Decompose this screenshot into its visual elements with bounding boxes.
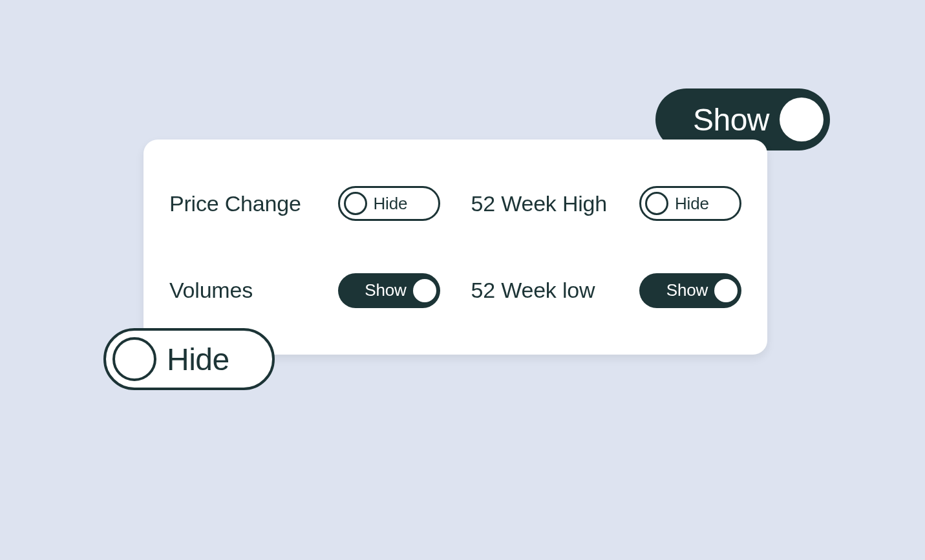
toggle-knob-icon [413, 279, 436, 302]
setting-volumes: Volumes Show [169, 273, 440, 308]
toggle-knob-icon [645, 192, 668, 215]
price-change-toggle-label: Hide [374, 194, 408, 214]
setting-price-change: Price Change Hide [169, 186, 440, 221]
week-low-toggle-label: Show [666, 280, 708, 300]
floating-hide-toggle[interactable]: Hide [103, 328, 275, 390]
toggle-knob-icon [344, 192, 367, 215]
settings-card: Price Change Hide 52 Week High Hide Volu… [144, 140, 767, 355]
floating-show-toggle-label: Show [693, 102, 769, 138]
toggle-knob-icon [112, 337, 156, 381]
toggle-knob-icon [714, 279, 738, 302]
setting-volumes-label: Volumes [169, 278, 253, 303]
setting-52-week-low: 52 Week low Show [471, 273, 742, 308]
floating-hide-toggle-label: Hide [167, 342, 229, 377]
week-low-toggle[interactable]: Show [639, 273, 741, 308]
setting-52-week-high-label: 52 Week High [471, 191, 608, 216]
volumes-toggle[interactable]: Show [338, 273, 440, 308]
setting-52-week-low-label: 52 Week low [471, 278, 595, 303]
price-change-toggle[interactable]: Hide [338, 186, 440, 221]
setting-price-change-label: Price Change [169, 191, 301, 216]
volumes-toggle-label: Show [365, 280, 406, 300]
week-high-toggle[interactable]: Hide [639, 186, 741, 221]
toggle-knob-icon [780, 98, 824, 141]
week-high-toggle-label: Hide [675, 194, 709, 214]
setting-52-week-high: 52 Week High Hide [471, 186, 742, 221]
